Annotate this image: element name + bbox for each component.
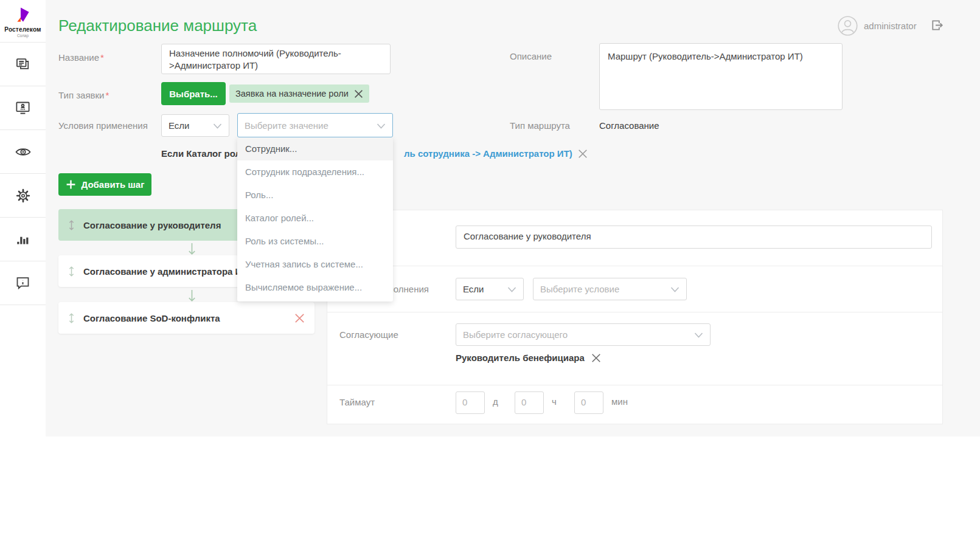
dropdown-item-department-employee[interactable]: Сотрудник подразделения... [237, 160, 393, 184]
add-step-button[interactable]: Добавить шаг [58, 173, 151, 196]
chevron-down-icon [213, 120, 222, 131]
chevron-down-icon [694, 329, 703, 340]
sidebar-item-settings[interactable] [0, 174, 46, 218]
remove-approver-icon[interactable] [591, 353, 601, 363]
gear-icon [15, 187, 32, 204]
sidebar-item-feedback[interactable] [0, 261, 46, 305]
logout-icon [930, 18, 944, 32]
timeout-minutes-input[interactable]: 0 [574, 391, 603, 414]
step-name-input[interactable]: Согласование у руководителя [456, 226, 932, 249]
applied-condition-value: ль сотрудника -> Администратор ИТ) [404, 148, 588, 159]
choose-request-type-button[interactable]: Выбрать... [161, 82, 226, 105]
chevron-down-icon [507, 284, 516, 294]
timeout-hours-unit: ч [552, 396, 557, 407]
exec-condition-section: Условия выполнения Если Выберите условие [327, 266, 942, 312]
chevron-down-icon [670, 284, 679, 294]
brand-subtitle: Солар [17, 33, 29, 38]
remove-step-icon[interactable] [294, 313, 305, 323]
apply-conditions-label: Условия применения [58, 120, 148, 131]
logout-button[interactable] [930, 18, 944, 35]
step-settings-panel: Согласование у руководителя Условия выпо… [327, 210, 943, 424]
plus-icon [66, 179, 76, 190]
dropdown-item-role-catalog[interactable]: Каталог ролей... [237, 207, 393, 230]
step-name-section: Согласование у руководителя [327, 210, 942, 266]
description-textarea[interactable]: Маршрут (Руководитель->Администратор ИТ) [599, 43, 843, 110]
approver-select[interactable]: Выберите согласующего [456, 323, 711, 346]
apply-condition-operator-select[interactable]: Если [161, 114, 229, 137]
rostelecom-logo-icon [13, 7, 33, 26]
selected-approver-label: Руководитель бенефициара [456, 353, 585, 363]
required-asterisk: * [105, 90, 109, 100]
description-label: Описание [510, 51, 552, 61]
operator-value: Если [463, 284, 484, 294]
chevron-down-icon [377, 120, 386, 131]
step-label: Согласование SoD-конфликта [83, 313, 290, 323]
dropdown-item-computed-expression[interactable]: Вычисляемое выражение... [237, 276, 393, 299]
request-type-tag: Заявка на назначение роли [229, 84, 369, 103]
value-select-placeholder: Выберите значение [245, 120, 328, 131]
approvers-label: Согласующие [339, 329, 398, 340]
brand-logo: Ростелеком Солар [0, 0, 46, 43]
feedback-icon [15, 275, 31, 291]
username: administrator [864, 21, 917, 31]
timeout-label: Таймаут [339, 397, 375, 407]
name-input[interactable]: Назначение полномочий (Руководитель->Адм… [161, 44, 391, 74]
avatar-icon [838, 16, 858, 36]
route-type-label: Тип маршрута [510, 120, 570, 131]
documents-icon [15, 56, 31, 72]
timeout-hours-input[interactable]: 0 [515, 391, 544, 414]
required-asterisk: * [100, 52, 104, 63]
sidebar-item-reports[interactable] [0, 218, 46, 261]
sidebar-item-monitoring[interactable] [0, 130, 46, 174]
applied-condition-link[interactable]: ль сотрудника -> Администратор ИТ) [404, 148, 572, 159]
timeout-days-input[interactable]: 0 [456, 391, 485, 414]
sidebar: Ростелеком Солар [0, 0, 46, 436]
approver-placeholder: Выберите согласующего [463, 329, 568, 340]
name-label: Название* [58, 52, 104, 63]
exec-condition-select[interactable]: Выберите условие [533, 278, 687, 300]
bar-chart-icon [15, 232, 31, 247]
operator-value: Если [169, 120, 189, 131]
timeout-minutes-unit: мин [611, 396, 628, 407]
route-edit-page: Ростелеком Солар [0, 0, 980, 541]
dropdown-item-system-role[interactable]: Роль из системы... [237, 230, 393, 253]
timeout-days-unit: д [493, 396, 498, 407]
add-step-label: Добавить шаг [82, 179, 145, 190]
eye-icon [15, 143, 32, 160]
dropdown-item-system-account[interactable]: Учетная запись в системе... [237, 253, 393, 276]
page-title: Редактирование маршрута [58, 16, 257, 35]
sidebar-item-org-structure[interactable] [0, 86, 46, 130]
drag-handle-icon[interactable] [68, 266, 75, 277]
apply-condition-value-select[interactable]: Выберите значение [237, 113, 393, 137]
drag-handle-icon[interactable] [68, 312, 75, 324]
approvers-section: Согласующие Выберите согласующего Руково… [327, 312, 942, 385]
route-type-value: Согласование [599, 120, 659, 131]
request-type-tag-label: Заявка на назначение роли [235, 89, 349, 98]
selected-approver: Руководитель бенефициара [456, 353, 601, 363]
remove-condition-icon[interactable] [578, 149, 588, 159]
brand-name: Ростелеком [4, 26, 41, 33]
drag-handle-icon[interactable] [68, 219, 75, 231]
step-card-sod-conflict-approval[interactable]: Согласование SoD-конфликта [58, 302, 315, 334]
dropdown-item-employee[interactable]: Сотрудник... [237, 137, 393, 160]
monitor-approval-icon [15, 100, 31, 116]
value-dropdown-menu: Сотрудник... Сотрудник подразделения... … [237, 137, 393, 302]
condition-placeholder: Выберите условие [540, 284, 619, 294]
user-avatar [838, 16, 858, 38]
sidebar-item-requests[interactable] [0, 43, 46, 86]
applied-condition-text: Если Каталог рол [161, 148, 241, 159]
timeout-section: Таймаут 0 д 0 ч 0 мин [327, 385, 942, 424]
dropdown-item-role[interactable]: Роль... [237, 184, 393, 207]
request-type-label: Тип заявки* [58, 90, 109, 100]
remove-request-type-icon[interactable] [354, 89, 363, 98]
exec-condition-operator-select[interactable]: Если [456, 278, 524, 300]
